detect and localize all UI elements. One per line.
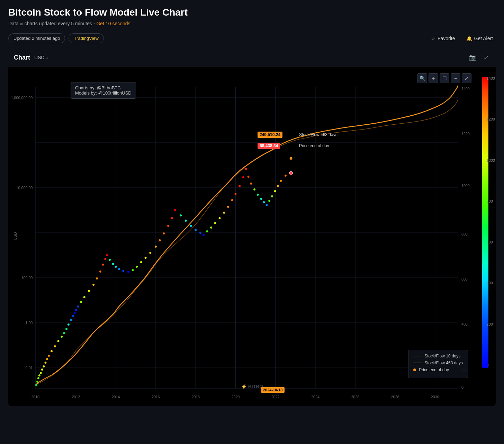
svg-point-98 [203,234,205,236]
legend-item-price: Price end of day [413,367,463,372]
svg-point-106 [234,193,236,195]
right-label-1200: 1200 [487,117,495,121]
chart-inner: 🔍 + ☐ − ⤢ Charts by: @BitboBTC Models by… [8,66,496,406]
chart-label: Chart [14,54,30,61]
legend-label-sf10: Stock/Flow 10 days [424,354,460,358]
right-label-800: 800 [487,199,495,203]
svg-point-48 [38,374,40,376]
svg-text:2022: 2022 [271,395,280,399]
svg-point-83 [136,266,138,268]
svg-text:1.00: 1.00 [25,321,33,325]
svg-point-69 [88,290,90,292]
svg-point-105 [231,199,233,201]
tradingview-badge[interactable]: TradingView [69,33,104,43]
svg-point-93 [180,214,182,216]
svg-text:400: 400 [461,322,468,326]
svg-point-100 [210,227,212,229]
svg-point-113 [257,194,259,196]
page-wrapper: Bitcoin Stock to Flow Model Live Chart D… [0,0,504,406]
zoom-minus-button[interactable]: − [451,73,460,83]
annotation-line2: Models by: @100trillionUSD [75,90,132,96]
svg-point-99 [206,230,208,232]
date-tooltip: 2024-10-18 [261,387,285,393]
annotation-line1: Charts by: @BitboBTC [75,85,132,90]
subtitle: Data & charts updated every 5 minutes - … [8,21,496,26]
svg-point-81 [127,271,129,273]
zoom-lens-button[interactable]: 🔍 [417,73,427,83]
svg-point-55 [51,350,53,352]
currency-selector[interactable]: USD ↓ [34,55,48,60]
updated-badge: Updated 2 minutes ago [8,33,65,43]
svg-point-56 [54,345,56,347]
right-label-0: 0 [487,363,495,367]
svg-text:2018: 2018 [191,395,200,399]
svg-text:2028: 2028 [391,395,399,399]
alert-label: Get Alert [474,36,493,41]
svg-text:0.01: 0.01 [25,366,33,370]
bell-icon: 🔔 [466,36,472,41]
alert-button[interactable]: 🔔 Get Alert [464,34,496,43]
svg-point-89 [163,232,165,234]
svg-point-85 [145,257,147,259]
color-bar-container: 1400 1200 1000 800 600 400 200 0 Days un… [477,66,496,406]
legend-item-sf463: Stock/Flow 463 days [413,361,463,365]
zoom-crosshair-button[interactable]: + [429,73,438,83]
svg-point-78 [115,266,117,268]
svg-point-92 [174,209,176,211]
svg-text:2024: 2024 [311,395,320,399]
favorite-button[interactable]: ☆ Favorite [428,34,458,43]
price-value: 68,438.34 [260,143,278,148]
right-axis-labels: 1400 1200 1000 800 600 400 200 0 [487,76,495,367]
currency-value: USD [34,55,45,60]
svg-point-120 [277,185,279,187]
chart-section: Chart USD ↓ 📷 ⤢ 🔍 + [8,49,496,406]
svg-point-52 [45,362,47,364]
svg-point-121 [280,180,282,182]
svg-point-122 [285,175,287,177]
svg-text:600: 600 [461,277,468,281]
svg-point-94 [185,220,187,222]
expand-button[interactable]: ⤢ [482,53,490,62]
svg-point-65 [75,309,77,311]
svg-point-79 [118,268,120,270]
svg-text:2014: 2014 [112,395,120,399]
svg-point-53 [46,358,48,360]
svg-point-68 [83,296,86,298]
svg-point-90 [167,225,169,227]
svg-text:1000: 1000 [461,184,470,188]
svg-point-108 [242,176,244,178]
legend-label-price: Price end of day [419,367,449,372]
right-label-600: 600 [487,240,495,244]
right-label-200: 200 [487,322,495,326]
svg-point-58 [61,336,63,338]
svg-point-73 [102,264,104,266]
page-title: Bitcoin Stock to Flow Model Live Chart [8,7,496,18]
screenshot-button[interactable]: 📷 [468,53,478,62]
svg-point-124 [290,157,292,160]
svg-point-82 [132,269,134,271]
svg-point-91 [171,217,173,219]
chart-svg: 1,000,000.00 10,000.00 100.00 1.00 0.01 … [8,66,475,406]
legend-label-sf463: Stock/Flow 463 days [424,361,463,365]
svg-point-95 [190,225,192,227]
svg-point-80 [122,270,124,272]
svg-text:2030: 2030 [431,395,439,399]
svg-point-118 [271,195,273,197]
zoom-expand-button[interactable]: ⤢ [462,73,471,83]
right-label-1000: 1000 [487,158,495,162]
toolbar-right: ☆ Favorite 🔔 Get Alert [428,34,496,43]
svg-text:100.00: 100.00 [21,276,33,280]
zoom-controls: 🔍 + ☐ − ⤢ [417,73,471,83]
svg-point-77 [112,263,114,265]
zoom-box-button[interactable]: ☐ [440,73,449,83]
svg-point-111 [250,183,252,185]
sf-text-label: Stock/Flow 463 days [299,132,338,137]
chart-header-right: 📷 ⤢ [468,53,490,62]
star-icon: ☆ [431,36,435,41]
svg-point-76 [109,259,111,261]
svg-point-119 [274,190,276,192]
get-10-seconds-link[interactable]: Get 10 seconds [96,21,130,26]
svg-point-84 [140,261,142,263]
svg-point-71 [96,277,98,279]
svg-point-115 [263,201,265,203]
